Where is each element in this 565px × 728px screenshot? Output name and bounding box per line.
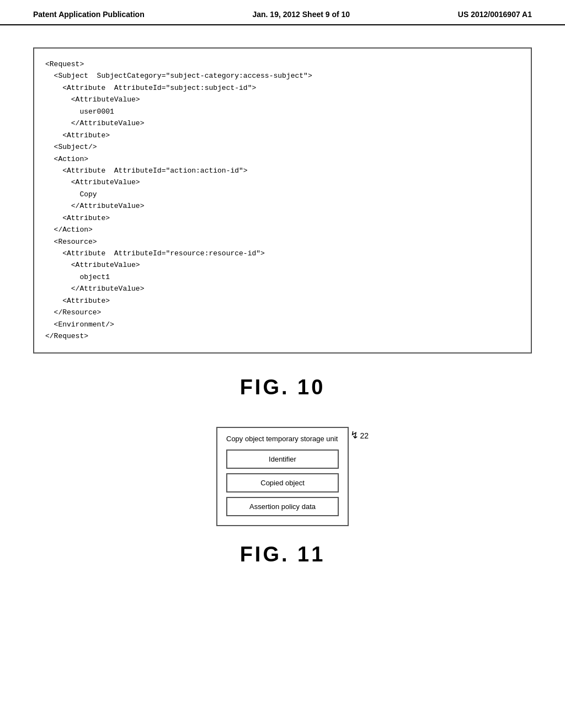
code-block: <Request> <Subject SubjectCategory="subj… xyxy=(33,47,532,354)
identifier-item: Identifier xyxy=(226,449,339,469)
assertion-policy-item: Assertion policy data xyxy=(226,497,339,516)
header: Patent Application Publication Jan. 19, … xyxy=(0,0,565,25)
diagram-section: Copy object temporary storage unit Ident… xyxy=(33,427,532,526)
date-sheet-label: Jan. 19, 2012 Sheet 9 of 10 xyxy=(252,10,350,19)
code-line-1: <Request> <Subject SubjectCategory="subj… xyxy=(45,60,312,340)
reference-number: ↯22 xyxy=(350,429,369,441)
diagram-wrapper: Copy object temporary storage unit Ident… xyxy=(216,427,349,526)
storage-unit-title: Copy object temporary storage unit xyxy=(226,435,339,443)
publication-label: Patent Application Publication xyxy=(33,10,145,19)
figure11-label: FIG. 11 xyxy=(33,543,532,566)
figure10-label: FIG. 10 xyxy=(33,376,532,399)
copied-object-item: Copied object xyxy=(226,473,339,493)
page-container: Patent Application Publication Jan. 19, … xyxy=(0,0,565,728)
storage-unit-box: Copy object temporary storage unit Ident… xyxy=(216,427,349,526)
patent-number-label: US 2012/0016907 A1 xyxy=(458,10,532,19)
main-content: <Request> <Subject SubjectCategory="subj… xyxy=(0,25,565,588)
